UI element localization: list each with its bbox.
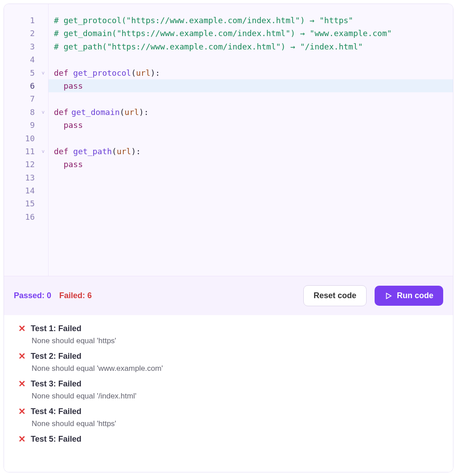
code-line[interactable] — [52, 197, 453, 210]
code-line[interactable]: # get_protocol("https://www.example.com/… — [52, 14, 453, 27]
token-fn: get_path — [73, 147, 112, 156]
fold-toggle[interactable]: v — [39, 145, 45, 158]
toolbar: Passed: 0 Failed: 6 Reset code Run code — [4, 276, 453, 315]
gutter-row: 12 — [4, 158, 48, 171]
gutter-row: 9 — [4, 119, 48, 131]
line-number: 5 — [20, 66, 35, 79]
fail-icon: ✕ — [17, 323, 26, 334]
token-comment: # get_path("https://www.example.com/inde… — [54, 42, 363, 51]
line-number: 1 — [20, 14, 35, 27]
token-text: ): — [151, 68, 160, 78]
code-line[interactable] — [52, 171, 453, 184]
gutter-row: 7 — [4, 92, 48, 105]
gutter-row: 8v — [4, 106, 48, 119]
gutter-row: 16 — [4, 210, 48, 223]
test-title: Test 3: Failed — [31, 379, 82, 389]
svg-marker-0 — [386, 293, 391, 299]
code-line[interactable] — [52, 184, 453, 197]
line-number: 12 — [20, 158, 35, 171]
test-title: Test 4: Failed — [31, 407, 82, 416]
token-text — [54, 160, 64, 169]
gutter-row: 4 — [4, 53, 48, 66]
line-number: 10 — [20, 132, 35, 145]
run-code-label: Run code — [397, 291, 433, 300]
reset-code-button[interactable]: Reset code — [303, 285, 367, 306]
test-title: Test 2: Failed — [31, 352, 82, 361]
code-challenge-panel: 12345v678v91011v1213141516 # get_protoco… — [4, 4, 453, 472]
fail-icon: ✕ — [17, 406, 26, 417]
test-result-header: ✕Test 4: Failed — [17, 406, 444, 417]
line-number: 4 — [20, 53, 35, 66]
code-line[interactable] — [52, 210, 453, 223]
line-number: 3 — [20, 40, 35, 53]
gutter-row: 15 — [4, 197, 48, 210]
token-kw: def — [54, 68, 73, 78]
code-line[interactable]: def get_domain(url): — [52, 106, 453, 119]
line-number: 13 — [20, 171, 35, 184]
line-number: 14 — [20, 184, 35, 197]
gutter-row: 6 — [4, 79, 48, 92]
code-editor[interactable]: 12345v678v91011v1213141516 # get_protoco… — [4, 4, 453, 276]
run-code-button[interactable]: Run code — [375, 286, 443, 306]
test-result-item: ✕Test 1: FailedNone should equal 'https' — [17, 323, 444, 345]
test-message: None should equal 'www.example.com' — [17, 364, 444, 373]
fail-icon: ✕ — [17, 378, 26, 389]
fold-toggle[interactable]: v — [39, 106, 45, 119]
gutter-row: 14 — [4, 184, 48, 197]
code-line[interactable]: pass — [49, 79, 453, 92]
token-text — [54, 81, 64, 90]
test-result-header: ✕Test 5: Failed — [17, 434, 444, 444]
token-text: ): — [139, 107, 149, 117]
gutter-row: 3 — [4, 40, 48, 53]
test-result-header: ✕Test 2: Failed — [17, 351, 444, 361]
test-result-item: ✕Test 3: FailedNone should equal '/index… — [17, 378, 444, 401]
line-number: 8 — [20, 106, 35, 119]
code-line[interactable] — [52, 53, 453, 66]
token-param: url — [117, 147, 131, 156]
gutter-row: 10 — [4, 132, 48, 145]
token-kw: pass — [64, 120, 83, 130]
token-text: ( — [112, 147, 117, 156]
test-message: None should equal '/index.html' — [17, 392, 444, 401]
line-number: 2 — [20, 27, 35, 40]
code-area[interactable]: # get_protocol("https://www.example.com/… — [49, 4, 453, 276]
gutter-row: 2 — [4, 27, 48, 40]
code-line[interactable]: pass — [52, 119, 453, 131]
code-line[interactable]: def get_path(url): — [52, 145, 453, 158]
token-param: url — [136, 68, 151, 78]
gutter-row: 13 — [4, 171, 48, 184]
test-results-panel[interactable]: ✕Test 1: FailedNone should equal 'https'… — [4, 315, 453, 472]
line-number: 7 — [20, 92, 35, 105]
token-comment: # get_protocol("https://www.example.com/… — [54, 16, 353, 25]
test-message: None should equal 'https' — [17, 419, 444, 428]
play-icon — [384, 292, 392, 300]
line-number: 16 — [20, 210, 35, 223]
code-line[interactable]: def get_protocol(url): — [52, 66, 453, 79]
line-number: 11 — [20, 145, 35, 158]
token-fn: get_protocol — [73, 68, 131, 78]
code-line[interactable]: # get_domain("https://www.example.com/in… — [52, 27, 453, 40]
gutter-row: 5v — [4, 66, 48, 79]
line-number: 15 — [20, 197, 35, 210]
code-line[interactable] — [52, 92, 453, 105]
test-message: None should equal 'https' — [17, 336, 444, 345]
code-line[interactable]: # get_path("https://www.example.com/inde… — [52, 40, 453, 53]
fail-icon: ✕ — [17, 351, 26, 361]
token-kw: def — [54, 147, 73, 156]
token-comment: # get_domain("https://www.example.com/in… — [54, 29, 392, 38]
line-gutter: 12345v678v91011v1213141516 — [4, 4, 49, 276]
code-line[interactable] — [52, 132, 453, 145]
fold-toggle[interactable]: v — [39, 66, 45, 79]
passed-count: Passed: 0 — [14, 291, 51, 300]
code-line[interactable]: pass — [52, 158, 453, 171]
gutter-row: 1 — [4, 14, 48, 27]
token-kw: pass — [64, 81, 83, 90]
test-result-item: ✕Test 2: FailedNone should equal 'www.ex… — [17, 351, 444, 373]
line-number: 6 — [20, 79, 35, 92]
token-text: ): — [131, 147, 141, 156]
line-number: 9 — [20, 119, 35, 131]
token-text — [54, 120, 64, 130]
test-title: Test 1: Failed — [31, 324, 82, 333]
failed-count: Failed: 6 — [59, 291, 92, 300]
token-text: ( — [131, 68, 136, 78]
